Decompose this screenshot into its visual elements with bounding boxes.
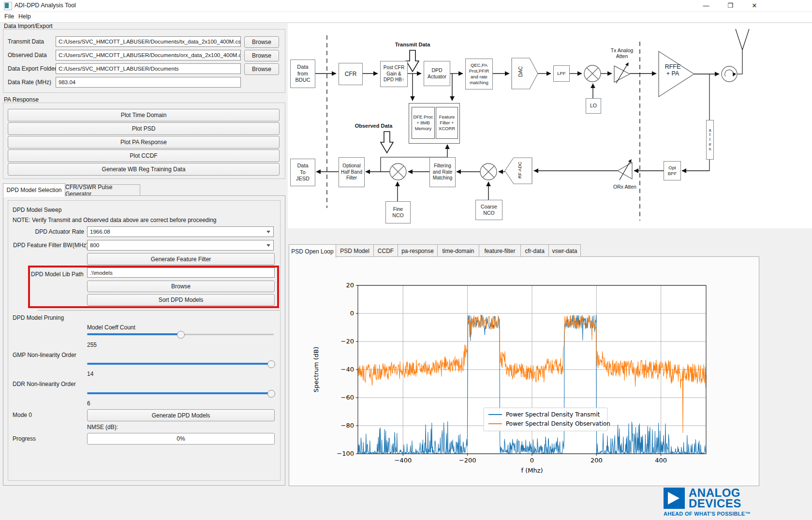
block-lo: LO — [586, 98, 601, 114]
svg-text:Power Spectral Density Transmi: Power Spectral Density Transmit — [506, 411, 600, 418]
actuator-rate-combobox[interactable]: 1966.08 — [87, 226, 274, 237]
generate-wb-reg-button[interactable]: Generate WB Reg Training Data — [8, 163, 280, 176]
window-title: ADI-DPD Analysis Tool — [15, 2, 76, 9]
block-post-cfr: Post CFR Gain & DPD HB↑ — [380, 61, 408, 87]
model-sweep-title: DPD Model Sweep — [13, 207, 61, 213]
block-fine-nco: Fine NCO — [385, 201, 411, 223]
block-data-from-bduc: Data from BDUC — [290, 59, 315, 88]
tab-dpd-model-selection[interactable]: DPD Model Selection — [3, 183, 65, 197]
title-bar: ADI-DPD Analysis Tool — ❐ ✕ — [0, 0, 812, 12]
plot-tab-time-domain[interactable]: time-domain — [437, 244, 479, 258]
svg-text:−400: −400 — [394, 457, 412, 464]
transmit-data-label: Transmit Data — [8, 38, 44, 45]
app-window: ADI-DPD Analysis Tool — ❐ ✕ File Help Da… — [0, 0, 812, 520]
highlight-rectangle — [28, 266, 279, 308]
logo-line2: DEVICES — [689, 498, 741, 509]
divider — [38, 310, 280, 311]
svg-text:0: 0 — [530, 457, 534, 464]
svg-text:f (Mhz): f (Mhz) — [521, 467, 543, 474]
ddr-order-label: DDR Non-linearity Order — [13, 381, 76, 387]
block-cfr: CFR — [339, 63, 363, 85]
observed-browse-button[interactable]: Browse — [244, 50, 279, 61]
gmp-order-label: GMP Non-linearity Order — [13, 352, 76, 358]
export-browse-button[interactable]: Browse — [244, 63, 279, 75]
svg-text:−60: −60 — [341, 394, 354, 401]
actuator-rate-label: DPD Actuator Rate — [15, 228, 84, 235]
maximize-button[interactable]: ❐ — [719, 0, 741, 12]
block-lpf: LPF — [553, 65, 570, 82]
svg-text:−200: −200 — [459, 457, 476, 464]
block-feature-filter-xcorr: Feature Filter + XCORR — [436, 107, 458, 139]
menu-help[interactable]: Help — [18, 13, 31, 20]
block-dpd-actuator: DPD Actuator — [424, 61, 450, 86]
pruning-title: DPD Model Pruning — [13, 314, 64, 321]
svg-text:Power Spectral Density Observa: Power Spectral Density Observation — [506, 420, 610, 427]
observed-data-flow-label: Observed Data — [348, 123, 399, 129]
import-export-title: Data Import/Export — [4, 23, 53, 30]
menu-file[interactable]: File — [4, 13, 14, 20]
minimize-button[interactable]: — — [695, 0, 717, 12]
block-data-to-jesd: Data To JESD — [290, 159, 315, 186]
svg-text:−40: −40 — [341, 366, 354, 373]
gmp-order-value: 14 — [87, 371, 93, 377]
plot-tab-cfr-data[interactable]: cfr-data — [520, 244, 549, 258]
data-rate-input[interactable]: 983.04 — [56, 77, 241, 88]
export-folder-input[interactable]: C:/Users/SVC_HMCOTT_LABUSER/Documents — [56, 63, 241, 74]
plot-tab-feature-filter[interactable]: feature-filter — [479, 244, 521, 258]
block-dac-label: DAC — [517, 59, 523, 84]
feature-bw-combobox[interactable]: 800 — [87, 240, 274, 251]
logo-tagline: AHEAD OF WHAT'S POSSIBLE™ — [664, 511, 765, 517]
svg-text:20: 20 — [346, 282, 354, 289]
generate-dpd-models-button[interactable]: Generate DPD Models — [87, 409, 275, 421]
transmit-browse-button[interactable]: Browse — [244, 36, 279, 48]
observed-data-input[interactable]: C:/Users/SVC_HMCOTT_LABUSER/Documents/or… — [56, 50, 241, 60]
block-half-band-filter: Optional Half Band Filter — [339, 157, 365, 187]
psd-chart: −400−2000200400200−20−40−60−80−100f (Mhz… — [289, 257, 758, 485]
plot-tab-vswr-data[interactable]: vswr-data — [548, 244, 581, 258]
close-button[interactable]: ✕ — [743, 0, 766, 12]
gmp-order-slider[interactable] — [87, 360, 274, 367]
coeff-count-value: 255 — [87, 342, 97, 348]
actuator-rate-value: 1966.08 — [90, 229, 110, 235]
ddr-order-slider[interactable] — [87, 390, 274, 397]
svg-text:−100: −100 — [337, 450, 354, 457]
data-rate-label: Data Rate (MHz) — [8, 79, 51, 86]
block-atten: a t t e n — [706, 120, 714, 160]
generate-feature-filter-button[interactable]: Generate Feature Filter — [87, 253, 275, 265]
svg-text:200: 200 — [591, 457, 603, 464]
block-dfe-proc: DFE Proc + 8MB Memory — [412, 107, 435, 139]
plot-ccdf-button[interactable]: Plot CCDF — [8, 149, 280, 162]
block-filtering: Filtering and Rate Matching — [429, 157, 456, 187]
transmit-data-input[interactable]: C:/Users/SVC_HMCOTT_LABUSER/Documents/tx… — [56, 36, 241, 47]
observed-data-label: Observed Data — [8, 52, 47, 59]
plot-tab-psd-model[interactable]: PSD Model — [336, 244, 374, 258]
block-rf-adc-label: RF ADC — [517, 155, 522, 185]
block-opt-bpf: Opt BPF — [664, 161, 681, 180]
block-coarse-nco: Coarse NCO — [475, 200, 502, 220]
plot-time-domain-button[interactable]: Plot Time Domain — [8, 109, 280, 121]
nmse-label: NMSE (dB): — [87, 424, 118, 431]
plot-pa-response-button[interactable]: Plot PA Response — [8, 136, 280, 149]
export-folder-label: Data Export Folder — [8, 65, 57, 72]
svg-text:400: 400 — [655, 457, 667, 464]
ddr-order-value: 6 — [87, 400, 90, 407]
plot-psd-button[interactable]: Plot PSD — [8, 122, 280, 135]
plot-tab-ccdf[interactable]: CCDF — [373, 244, 398, 258]
adi-logo-icon — [664, 488, 685, 509]
mode-label: Mode 0 — [13, 412, 32, 418]
plot-tab-psd-open-loop[interactable]: PSD Open Loop — [289, 244, 336, 258]
svg-text:−20: −20 — [341, 338, 354, 345]
slider-thumb[interactable] — [177, 331, 185, 339]
plot-tab-pa-response[interactable]: pa-response — [398, 244, 438, 258]
svg-text:Spectrum (dB): Spectrum (dB) — [312, 347, 320, 392]
svg-text:0: 0 — [350, 310, 354, 317]
coeff-count-slider[interactable] — [87, 331, 274, 338]
signal-chain-diagram: Data from BDUC CFR Post CFR Gain & DPD H… — [288, 23, 812, 228]
block-rffe-pa-label: RFFE + PA — [660, 63, 685, 77]
analog-devices-logo: ANALOG DEVICES AHEAD OF WHAT'S POSSIBLE™ — [664, 488, 760, 518]
svg-text:−80: −80 — [341, 422, 354, 429]
orx-atten-label: ORx Atten — [605, 184, 645, 190]
menu-bar: File Help — [0, 12, 812, 23]
feature-bw-label: DPD Feature Filter BW(MHz) — [13, 242, 88, 249]
app-icon — [4, 2, 12, 10]
